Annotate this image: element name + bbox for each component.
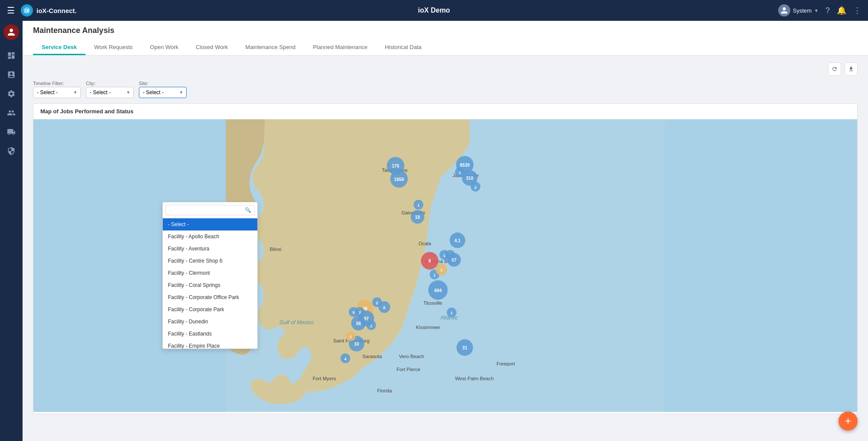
user-dropdown-arrow: ▼ xyxy=(814,8,819,13)
top-navbar: ☰ iX ioX-Connect. ioX Demo System ▼ ? 🔔 … xyxy=(0,0,868,21)
logo-area: iX ioX-Connect. xyxy=(20,3,77,17)
more-options-button[interactable]: ⋮ xyxy=(853,6,861,15)
svg-text:iX: iX xyxy=(24,8,29,14)
hamburger-button[interactable]: ☰ xyxy=(7,5,15,16)
user-name: System xyxy=(793,7,812,14)
logo-text: ioX-Connect. xyxy=(36,7,77,14)
help-button[interactable]: ? xyxy=(825,6,830,15)
notifications-button[interactable]: 🔔 xyxy=(837,6,846,15)
user-menu[interactable]: System ▼ xyxy=(778,4,819,16)
user-avatar xyxy=(778,4,790,16)
top-right-area: System ▼ ? 🔔 ⋮ xyxy=(778,4,861,16)
app-title: ioX Demo xyxy=(418,7,450,14)
logo-icon: iX xyxy=(20,3,34,17)
